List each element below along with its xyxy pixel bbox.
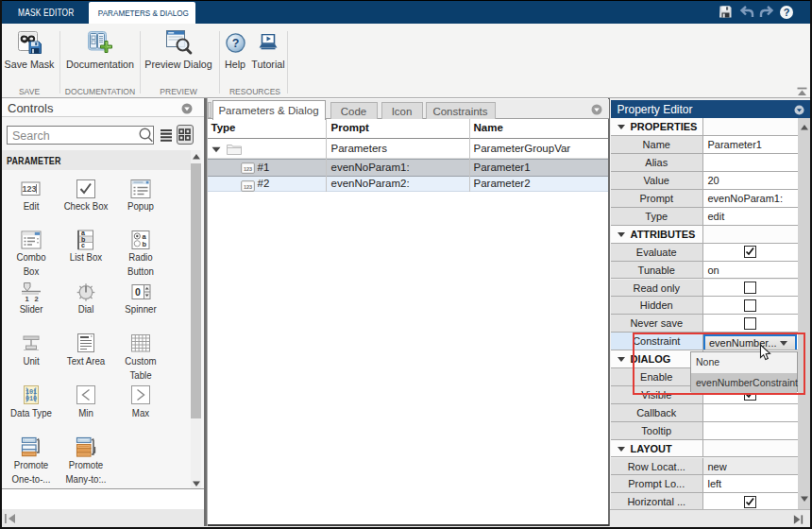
svg-text:123: 123 xyxy=(243,166,251,172)
svg-text:123: 123 xyxy=(22,184,36,194)
svg-text:010: 010 xyxy=(25,395,37,402)
svg-text:0: 0 xyxy=(135,286,141,298)
svg-text:?: ? xyxy=(783,7,789,18)
svg-text:c: c xyxy=(81,242,85,248)
svg-text:b: b xyxy=(143,240,147,248)
svg-text:123: 123 xyxy=(243,183,251,189)
svg-text:?: ? xyxy=(232,37,240,50)
